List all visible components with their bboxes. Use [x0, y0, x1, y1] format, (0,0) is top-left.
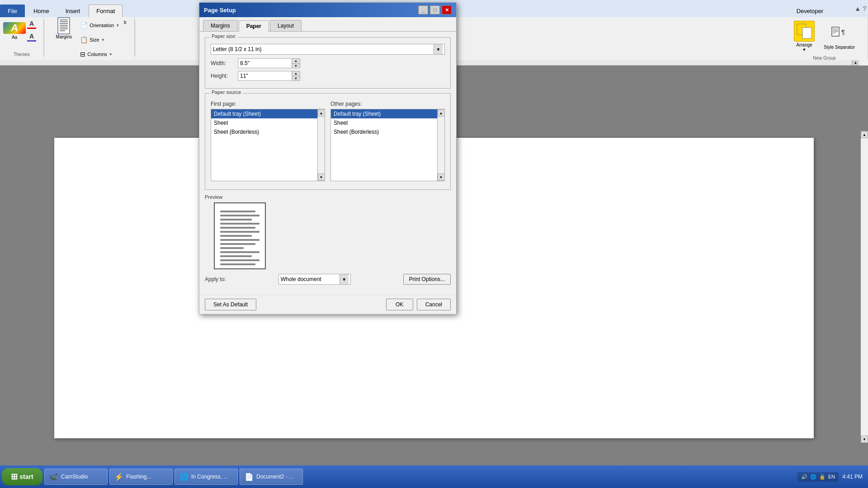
start-logo: ⊞ [11, 472, 18, 482]
dialog-titlebar: Page Setup _ □ ✕ [199, 3, 456, 17]
preview-section: Preview [205, 194, 451, 269]
list-item[interactable]: Sheet [211, 118, 325, 127]
themes-button[interactable]: A Aa [5, 22, 24, 40]
arrange-button[interactable]: Arrange ▼ [790, 19, 818, 54]
highlight-button[interactable]: A [25, 32, 38, 42]
list-item[interactable]: Default tray (Sheet) [331, 109, 444, 118]
system-tray: 🔊 🌐 🔒 EN [797, 472, 839, 482]
page-preview [214, 202, 266, 269]
clock: 4:41 PM [842, 474, 863, 480]
security-icon[interactable]: 🔒 [819, 474, 826, 480]
dialog-maximize-button[interactable]: □ [430, 5, 440, 14]
apply-to-row: Apply to: Whole document ▼ Print Options… [205, 274, 451, 285]
themes-group-label: Themes [14, 50, 30, 57]
dialog-button-row: Set As Default OK Cancel [199, 295, 456, 314]
tab-file[interactable]: File [0, 5, 25, 17]
height-spinner[interactable]: ▲ ▼ [292, 71, 300, 81]
list-item[interactable]: Sheet (Borderless) [331, 127, 444, 136]
other-pages-scroll-track [438, 117, 444, 174]
paper-size-section: Paper size: Letter (8 1/2 x 11 in) ▼ Wid… [205, 37, 451, 89]
taskbar: ⊞ start 📹 CamStudio ⚡ Flashing... 🌐 In C… [0, 465, 868, 488]
columns-button[interactable]: ⊟ Columns ▼ [79, 48, 113, 61]
new-group-label: New Group [813, 54, 836, 61]
dialog-tab-layout[interactable]: Layout [270, 20, 302, 31]
width-increment[interactable]: ▲ [292, 59, 300, 64]
set-as-default-button[interactable]: Set As Default [205, 299, 256, 310]
cancel-button[interactable]: Cancel [417, 299, 451, 310]
print-options-button[interactable]: Print Options... [403, 274, 451, 285]
dialog-tab-row: Margins Paper Layout [199, 17, 456, 32]
dialog-tab-paper[interactable]: Paper [239, 20, 269, 32]
tab-home[interactable]: Home [26, 5, 57, 17]
browser-icon: 🌐 [179, 473, 189, 481]
other-pages-column: Other pages: Default tray (Sheet) Sheet … [330, 101, 445, 181]
height-increment[interactable]: ▲ [292, 71, 300, 76]
svg-rect-10 [802, 28, 811, 38]
apply-to-dropdown-arrow[interactable]: ▼ [340, 274, 349, 284]
scroll-down-arrow[interactable]: ▼ [861, 436, 868, 443]
font-color-button[interactable]: A [25, 19, 38, 30]
paper-source-section: Paper source First page: Default tray (S… [205, 93, 451, 190]
first-page-column: First page: Default tray (Sheet) Sheet S… [211, 101, 325, 181]
first-page-scroll-track [318, 117, 325, 174]
other-pages-listbox[interactable]: Default tray (Sheet) Sheet Sheet (Border… [330, 109, 445, 181]
apply-to-select[interactable]: Whole document ▼ [278, 274, 351, 285]
margins-button[interactable]: Margins [52, 19, 75, 37]
list-item[interactable]: Sheet (Borderless) [211, 127, 325, 136]
dialog-content: Paper size: Letter (8 1/2 x 11 in) ▼ Wid… [199, 32, 456, 295]
taskbar-right: 🔊 🌐 🔒 EN 4:41 PM [797, 472, 866, 482]
dialog-title: Page Setup [204, 7, 418, 14]
paper-size-select[interactable]: Letter (8 1/2 x 11 in) ▼ [211, 44, 445, 55]
first-page-listbox[interactable]: Default tray (Sheet) Sheet Sheet (Border… [211, 109, 325, 181]
tab-developer[interactable]: Developer [789, 5, 831, 17]
other-pages-scroll-up[interactable]: ▲ [438, 109, 445, 117]
dialog-tab-margins[interactable]: Margins [203, 20, 238, 31]
width-input[interactable]: 8.5" [238, 58, 292, 68]
flashing-icon: ⚡ [114, 473, 123, 481]
taskbar-item-flashing[interactable]: ⚡ Flashing... [109, 469, 173, 485]
other-pages-scroll-down[interactable]: ▼ [438, 174, 445, 181]
style-separator-button[interactable]: ¶ Style Separator [820, 21, 859, 52]
taskbar-item-camstudio[interactable]: 📹 CamStudio [44, 469, 108, 485]
page-setup-dialog: Page Setup _ □ ✕ Margins Paper Layout Pa… [199, 2, 457, 314]
size-button[interactable]: 📋 Size ▼ [79, 33, 105, 46]
ribbon-group-themes: A Aa A A Themes [0, 17, 44, 59]
orientation-button[interactable]: 📄 Orientation ▼ [79, 19, 120, 32]
ribbon-group-arrange: Arrange ▼ ¶ Sty [785, 17, 868, 59]
first-page-scrollbar[interactable]: ▲ ▼ [317, 109, 325, 181]
tab-format[interactable]: Format [89, 5, 123, 17]
themes-icon: A [3, 22, 26, 34]
list-item[interactable]: Sheet [331, 118, 444, 127]
ribbon-collapse-button[interactable]: ▲ [854, 5, 861, 12]
scroll-track [861, 138, 868, 436]
taskbar-item-document[interactable]: 📄 Document2 - ... [240, 469, 303, 485]
camstudio-icon: 📹 [49, 473, 58, 481]
height-decrement[interactable]: ▼ [292, 76, 300, 81]
dialog-minimize-button[interactable]: _ [418, 5, 428, 14]
height-input[interactable]: 11" [238, 71, 292, 81]
volume-icon[interactable]: 🔊 [801, 474, 807, 480]
ok-button[interactable]: OK [386, 299, 413, 310]
vertical-scrollbar[interactable]: ▲ ▼ [861, 131, 868, 443]
network-icon[interactable]: 🌐 [810, 474, 816, 480]
svg-text:¶: ¶ [841, 28, 845, 36]
width-spinner[interactable]: ▲ ▼ [292, 58, 300, 68]
first-page-scroll-down[interactable]: ▼ [318, 174, 325, 181]
language-icon: EN [828, 474, 835, 479]
width-decrement[interactable]: ▼ [292, 64, 300, 68]
scroll-up-arrow[interactable]: ▲ [861, 131, 868, 138]
tab-insert[interactable]: Insert [58, 5, 88, 17]
taskbar-item-incongress[interactable]: 🌐 In Congress, ... [175, 469, 238, 485]
paper-size-dropdown-arrow[interactable]: ▼ [434, 44, 443, 54]
other-pages-scrollbar[interactable]: ▲ ▼ [437, 109, 444, 181]
word-icon: 📄 [245, 473, 254, 481]
first-page-scroll-up[interactable]: ▲ [318, 109, 325, 117]
style-separator-icon: ¶ [829, 23, 850, 44]
arrange-icon [794, 21, 815, 42]
dialog-close-button[interactable]: ✕ [442, 5, 452, 14]
start-button[interactable]: ⊞ start [2, 468, 42, 485]
list-item[interactable]: Default tray (Sheet) [211, 109, 325, 118]
ribbon-group-page-setup: Margins 📄 Orientation ▼ 📋 Size [44, 17, 135, 59]
ribbon-help-button[interactable]: ? [863, 5, 866, 12]
